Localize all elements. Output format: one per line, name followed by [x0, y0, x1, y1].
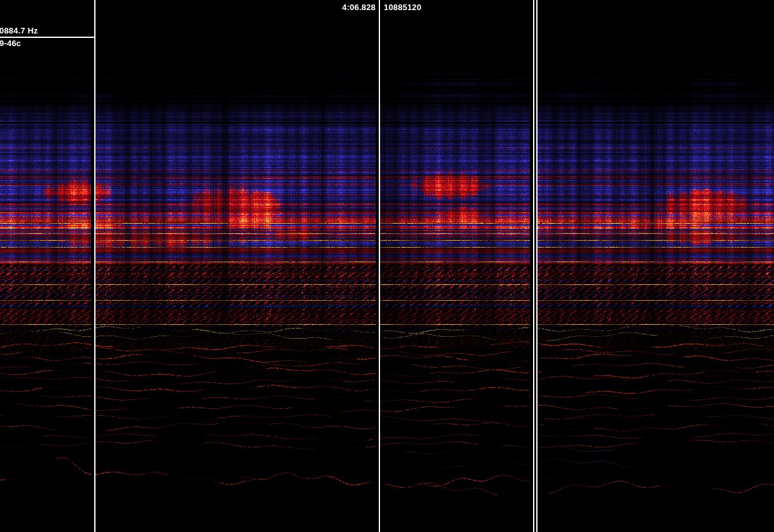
- frequency-readout: 0884.7 Hz: [0, 26, 38, 35]
- spectrogram-canvas[interactable]: [0, 0, 774, 532]
- playhead-line[interactable]: [379, 0, 380, 532]
- spectrogram-view: 4:06.828 10885120 0884.7 Hz 9-46c: [0, 0, 774, 532]
- sample-readout: 10885120: [384, 3, 421, 12]
- note-cents-readout: 9-46c: [0, 39, 21, 48]
- frequency-cursor-line: [0, 37, 94, 38]
- time-readout: 4:06.828: [342, 3, 376, 12]
- marker-line-left[interactable]: [94, 0, 95, 532]
- marker-line-right-b[interactable]: [536, 0, 538, 532]
- marker-line-right-a[interactable]: [533, 0, 534, 532]
